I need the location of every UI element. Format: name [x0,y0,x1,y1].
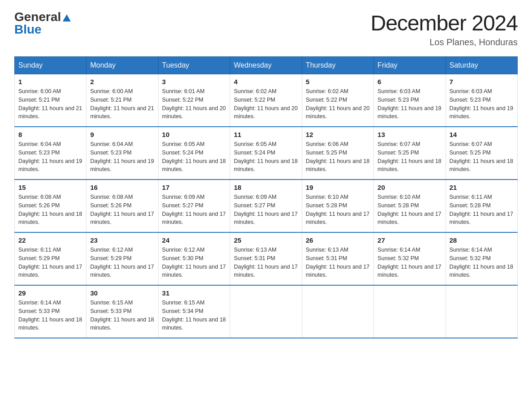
col-tuesday: Tuesday [158,57,230,74]
day-info: Sunrise: 6:02 AMSunset: 5:22 PMDaylight:… [306,88,369,120]
table-row [374,285,446,338]
day-number: 21 [450,184,514,191]
day-info: Sunrise: 6:09 AMSunset: 5:27 PMDaylight:… [234,194,297,225]
day-info: Sunrise: 6:03 AMSunset: 5:23 PMDaylight:… [378,88,441,120]
day-number: 31 [162,289,226,297]
table-row: 23 Sunrise: 6:12 AMSunset: 5:29 PMDaylig… [86,232,158,285]
day-info: Sunrise: 6:14 AMSunset: 5:33 PMDaylight:… [18,300,82,331]
day-number: 29 [18,289,82,297]
table-row: 19 Sunrise: 6:10 AMSunset: 5:28 PMDaylig… [302,180,373,232]
day-number: 14 [450,131,514,138]
logo-general-text: General [14,11,61,23]
day-number: 11 [234,131,298,138]
day-number: 13 [378,131,442,138]
day-info: Sunrise: 6:03 AMSunset: 5:23 PMDaylight:… [450,88,513,120]
day-number: 7 [450,78,514,86]
table-row: 5 Sunrise: 6:02 AMSunset: 5:22 PMDayligh… [302,74,373,127]
table-row: 8 Sunrise: 6:04 AMSunset: 5:23 PMDayligh… [15,127,86,180]
day-info: Sunrise: 6:07 AMSunset: 5:25 PMDaylight:… [450,141,513,172]
col-saturday: Saturday [446,57,517,74]
day-number: 27 [378,236,442,244]
day-number: 18 [234,184,298,191]
day-info: Sunrise: 6:10 AMSunset: 5:28 PMDaylight:… [306,194,369,225]
calendar-subtitle: Los Planes, Honduras [370,37,518,47]
day-info: Sunrise: 6:14 AMSunset: 5:32 PMDaylight:… [378,247,441,278]
day-info: Sunrise: 6:13 AMSunset: 5:31 PMDaylight:… [234,247,297,278]
col-monday: Monday [86,57,158,74]
calendar-week-row: 22 Sunrise: 6:11 AMSunset: 5:29 PMDaylig… [15,232,518,285]
day-number: 3 [162,78,226,86]
day-number: 24 [162,236,226,244]
day-number: 26 [306,236,370,244]
table-row [446,285,517,338]
table-row: 16 Sunrise: 6:08 AMSunset: 5:26 PMDaylig… [86,180,158,232]
day-info: Sunrise: 6:13 AMSunset: 5:31 PMDaylight:… [306,247,369,278]
table-row: 26 Sunrise: 6:13 AMSunset: 5:31 PMDaylig… [302,232,373,285]
day-info: Sunrise: 6:08 AMSunset: 5:26 PMDaylight:… [18,194,82,225]
day-number: 23 [90,236,154,244]
table-row: 3 Sunrise: 6:01 AMSunset: 5:22 PMDayligh… [158,74,230,127]
calendar-week-row: 29 Sunrise: 6:14 AMSunset: 5:33 PMDaylig… [15,285,518,338]
day-info: Sunrise: 6:00 AMSunset: 5:21 PMDaylight:… [90,88,154,120]
day-number: 8 [18,131,82,138]
day-number: 17 [162,184,226,191]
day-info: Sunrise: 6:06 AMSunset: 5:25 PMDaylight:… [306,141,369,172]
table-row: 28 Sunrise: 6:14 AMSunset: 5:32 PMDaylig… [446,232,517,285]
table-row: 27 Sunrise: 6:14 AMSunset: 5:32 PMDaylig… [374,232,446,285]
table-row: 17 Sunrise: 6:09 AMSunset: 5:27 PMDaylig… [158,180,230,232]
day-info: Sunrise: 6:15 AMSunset: 5:34 PMDaylight:… [162,300,226,331]
day-number: 15 [18,184,82,191]
calendar-header-row: Sunday Monday Tuesday Wednesday Thursday… [15,57,518,74]
day-info: Sunrise: 6:00 AMSunset: 5:21 PMDaylight:… [18,88,82,120]
page-header: General Blue December 2024 Los Planes, H… [14,11,518,47]
table-row [302,285,373,338]
table-row: 6 Sunrise: 6:03 AMSunset: 5:23 PMDayligh… [374,74,446,127]
title-area: December 2024 Los Planes, Honduras [370,11,518,47]
table-row: 10 Sunrise: 6:05 AMSunset: 5:24 PMDaylig… [158,127,230,180]
col-sunday: Sunday [15,57,86,74]
day-info: Sunrise: 6:01 AMSunset: 5:22 PMDaylight:… [162,88,226,120]
day-number: 10 [162,131,226,138]
col-thursday: Thursday [302,57,373,74]
day-number: 9 [90,131,154,138]
day-number: 4 [234,78,298,86]
table-row: 24 Sunrise: 6:12 AMSunset: 5:30 PMDaylig… [158,232,230,285]
day-number: 19 [306,184,370,191]
day-info: Sunrise: 6:10 AMSunset: 5:28 PMDaylight:… [378,194,441,225]
day-info: Sunrise: 6:12 AMSunset: 5:29 PMDaylight:… [90,247,154,278]
table-row: 15 Sunrise: 6:08 AMSunset: 5:26 PMDaylig… [15,180,86,232]
logo-triangle-icon [63,14,71,21]
day-info: Sunrise: 6:15 AMSunset: 5:33 PMDaylight:… [90,300,154,331]
day-number: 22 [18,236,82,244]
logo-blue-text: Blue [14,22,42,36]
day-info: Sunrise: 6:08 AMSunset: 5:26 PMDaylight:… [90,194,154,225]
day-number: 28 [450,236,514,244]
table-row: 9 Sunrise: 6:04 AMSunset: 5:23 PMDayligh… [86,127,158,180]
table-row: 22 Sunrise: 6:11 AMSunset: 5:29 PMDaylig… [15,232,86,285]
logo: General Blue [14,11,71,36]
table-row: 1 Sunrise: 6:00 AMSunset: 5:21 PMDayligh… [15,74,86,127]
day-info: Sunrise: 6:02 AMSunset: 5:22 PMDaylight:… [234,88,297,120]
day-number: 25 [234,236,298,244]
table-row: 4 Sunrise: 6:02 AMSunset: 5:22 PMDayligh… [230,74,302,127]
table-row: 25 Sunrise: 6:13 AMSunset: 5:31 PMDaylig… [230,232,302,285]
day-number: 5 [306,78,370,86]
table-row: 7 Sunrise: 6:03 AMSunset: 5:23 PMDayligh… [446,74,517,127]
day-number: 16 [90,184,154,191]
day-info: Sunrise: 6:05 AMSunset: 5:24 PMDaylight:… [162,141,226,172]
table-row: 21 Sunrise: 6:11 AMSunset: 5:28 PMDaylig… [446,180,517,232]
table-row: 30 Sunrise: 6:15 AMSunset: 5:33 PMDaylig… [86,285,158,338]
col-wednesday: Wednesday [230,57,302,74]
day-number: 6 [378,78,442,86]
col-friday: Friday [374,57,446,74]
calendar-week-row: 15 Sunrise: 6:08 AMSunset: 5:26 PMDaylig… [15,180,518,232]
table-row: 20 Sunrise: 6:10 AMSunset: 5:28 PMDaylig… [374,180,446,232]
day-info: Sunrise: 6:11 AMSunset: 5:28 PMDaylight:… [450,194,513,225]
day-number: 20 [378,184,442,191]
day-number: 2 [90,78,154,86]
day-info: Sunrise: 6:05 AMSunset: 5:24 PMDaylight:… [234,141,297,172]
calendar-week-row: 8 Sunrise: 6:04 AMSunset: 5:23 PMDayligh… [15,127,518,180]
day-info: Sunrise: 6:11 AMSunset: 5:29 PMDaylight:… [18,247,82,278]
calendar-table: Sunday Monday Tuesday Wednesday Thursday… [14,56,518,338]
table-row: 2 Sunrise: 6:00 AMSunset: 5:21 PMDayligh… [86,74,158,127]
